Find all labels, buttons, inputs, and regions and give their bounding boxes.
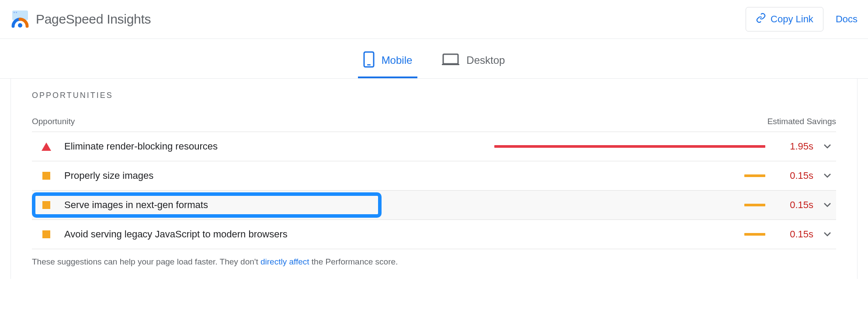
opportunity-label: Avoid serving legacy JavaScript to moder… — [64, 229, 392, 240]
device-tabs: Mobile Desktop — [0, 39, 868, 79]
table-header: Opportunity Estimated Savings — [32, 117, 836, 132]
opportunity-label: Properly size images — [64, 170, 392, 181]
svg-rect-7 — [442, 64, 459, 65]
svg-point-3 — [18, 23, 22, 28]
opportunity-label: Eliminate render-blocking resources — [64, 141, 392, 152]
header-left: PageSpeed Insights — [10, 10, 151, 29]
docs-link[interactable]: Docs — [836, 14, 858, 25]
footer-note: These suggestions can help your page loa… — [32, 249, 836, 267]
column-savings-header: Estimated Savings — [767, 117, 836, 126]
header-right: Copy Link Docs — [746, 7, 858, 31]
opportunities-section: OPPORTUNITIES Opportunity Estimated Savi… — [10, 79, 858, 279]
chevron-down-icon[interactable] — [819, 173, 836, 178]
mobile-icon — [363, 51, 375, 70]
tab-desktop-label: Desktop — [466, 54, 505, 66]
savings-bar — [744, 233, 765, 236]
savings-value: 0.15s — [774, 199, 813, 211]
severity-square-icon — [40, 201, 53, 209]
savings-bar-container — [392, 233, 774, 236]
severity-triangle-icon — [40, 143, 53, 151]
svg-rect-6 — [443, 54, 458, 64]
savings-bar — [494, 145, 765, 148]
savings-bar-container — [392, 174, 774, 177]
svg-rect-5 — [367, 64, 371, 66]
table-row[interactable]: Properly size images 0.15s — [32, 161, 836, 191]
section-title: OPPORTUNITIES — [32, 91, 836, 100]
column-opportunity-header: Opportunity — [32, 117, 75, 126]
opportunity-label: Serve images in next-gen formats — [64, 199, 392, 211]
app-title: PageSpeed Insights — [36, 12, 151, 27]
savings-value: 1.95s — [774, 141, 813, 152]
footer-link[interactable]: directly affect — [260, 257, 309, 266]
footer-suffix: the Performance score. — [309, 257, 398, 266]
savings-bar — [744, 204, 765, 206]
chevron-down-icon[interactable] — [819, 232, 836, 237]
pagespeed-logo-icon — [10, 10, 30, 29]
desktop-icon — [442, 53, 459, 68]
table-row[interactable]: Serve images in next-gen formats 0.15s — [32, 191, 836, 220]
svg-rect-2 — [16, 12, 17, 13]
savings-bar-container — [392, 204, 774, 206]
copy-link-label: Copy Link — [771, 14, 813, 25]
chevron-down-icon[interactable] — [819, 144, 836, 149]
tab-desktop[interactable]: Desktop — [440, 48, 507, 78]
savings-value: 0.15s — [774, 229, 813, 240]
tab-mobile-label: Mobile — [382, 54, 413, 66]
savings-bar — [744, 174, 765, 177]
table-row[interactable]: Avoid serving legacy JavaScript to moder… — [32, 220, 836, 249]
table-row[interactable]: Eliminate render-blocking resources 1.95… — [32, 132, 836, 161]
tab-mobile[interactable]: Mobile — [361, 48, 414, 78]
severity-square-icon — [40, 230, 53, 238]
copy-link-button[interactable]: Copy Link — [746, 7, 823, 31]
footer-prefix: These suggestions can help your page loa… — [32, 257, 260, 266]
svg-rect-1 — [14, 12, 15, 13]
app-header: PageSpeed Insights Copy Link Docs — [0, 0, 868, 39]
savings-value: 0.15s — [774, 170, 813, 181]
severity-square-icon — [40, 172, 53, 180]
savings-bar-container — [392, 145, 774, 148]
chevron-down-icon[interactable] — [819, 202, 836, 208]
link-icon — [756, 13, 766, 26]
